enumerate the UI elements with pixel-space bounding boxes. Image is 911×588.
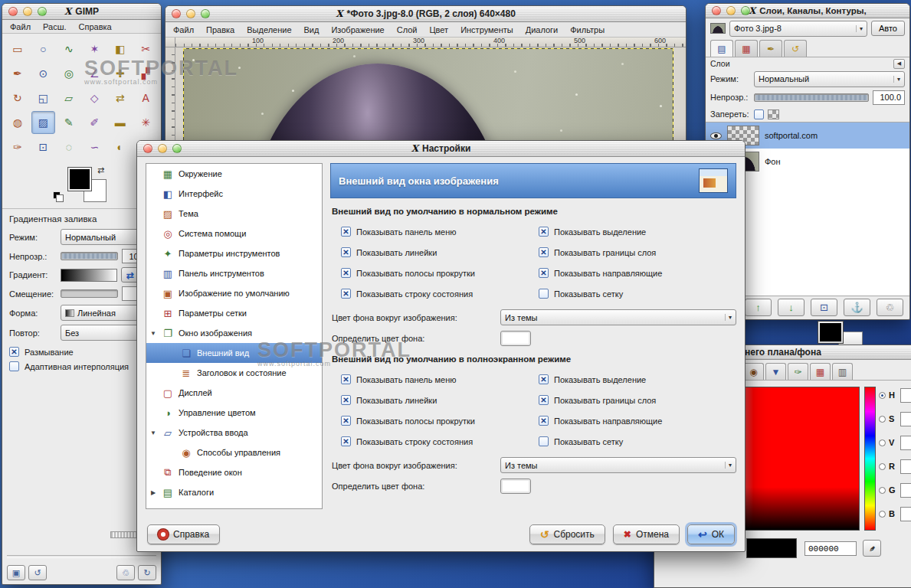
toolbox-titlebar[interactable]: XGIMP <box>2 4 161 20</box>
hex-input[interactable] <box>804 541 857 556</box>
hue-strip[interactable] <box>864 387 876 531</box>
channel-spinner[interactable] <box>900 483 911 498</box>
prefs-tree-item[interactable]: ◧ Интерфейс <box>146 184 322 204</box>
lock-alpha-checkbox[interactable] <box>754 109 764 119</box>
menu-item[interactable]: Выделение <box>247 25 291 34</box>
free-select-tool-icon[interactable]: ∿ <box>57 38 81 60</box>
reset-tool-options-button[interactable]: ↻ <box>138 565 156 580</box>
checkbox[interactable] <box>539 416 549 426</box>
clone-tool-icon[interactable]: ⊡ <box>31 136 56 158</box>
layers-titlebar[interactable]: XСлои, Каналы, Контуры, <box>706 4 909 18</box>
checkbox[interactable] <box>539 436 549 446</box>
prefs-checkbox-row[interactable]: Показывать строку состояния <box>341 289 539 299</box>
dock-menu-button[interactable]: ◀ <box>893 59 905 69</box>
checkbox[interactable] <box>9 347 19 357</box>
magnify-tool-icon[interactable]: ◎ <box>57 62 81 85</box>
checkbox[interactable] <box>341 247 351 257</box>
ruler-corner[interactable] <box>165 38 175 47</box>
zoom-button[interactable] <box>201 9 210 18</box>
minimize-button[interactable] <box>726 6 736 15</box>
prefs-checkbox-row[interactable]: Показывать сетку <box>539 289 736 299</box>
minimize-button[interactable] <box>158 144 167 153</box>
prefs-checkbox-row[interactable]: Показывать панель меню <box>341 227 539 237</box>
scale-tool-icon[interactable]: ◱ <box>31 87 56 109</box>
prefs-checkbox-row[interactable]: Показывать линейки <box>341 395 539 405</box>
palette-selector-tab-icon[interactable]: ▦ <box>810 363 831 380</box>
delete-layer-button[interactable]: ♲ <box>877 299 903 316</box>
checkbox[interactable] <box>539 395 549 405</box>
checkbox[interactable] <box>341 268 351 278</box>
checkbox[interactable] <box>539 227 549 237</box>
prefs-tree-item[interactable]: ▶ ▤ Каталоги <box>146 482 322 502</box>
paths-tab-icon[interactable]: ✒ <box>759 40 782 57</box>
channel-spinner[interactable] <box>900 507 911 521</box>
menu-item[interactable]: Фильтры <box>570 25 605 34</box>
channel-radio[interactable] <box>879 439 886 446</box>
duplicate-layer-button[interactable]: ⊡ <box>811 299 837 316</box>
flip-tool-icon[interactable]: ⇄ <box>108 87 133 109</box>
close-button[interactable] <box>143 144 152 153</box>
adaptive-checkbox-row[interactable]: Адаптивная интерполяция <box>9 361 154 371</box>
tree-expander-icon[interactable]: ▼ <box>149 330 157 337</box>
move-tool-icon[interactable]: ✚ <box>108 62 133 85</box>
rotate-tool-icon[interactable]: ↻ <box>5 87 30 109</box>
paintbrush-tool-icon[interactable]: ✐ <box>83 111 107 134</box>
prefs-tree-item[interactable]: ▨ Тема <box>146 204 322 224</box>
blend-tool-icon[interactable]: ▨ <box>31 111 56 134</box>
delete-tool-options-button[interactable]: ♲ <box>116 565 135 580</box>
dodge-burn-tool-icon[interactable]: ◐ <box>108 136 133 158</box>
checkbox[interactable] <box>341 416 351 426</box>
prefs-checkbox-row[interactable]: Показывать выделение <box>539 374 736 384</box>
prefs-tree-item[interactable]: ⊞ Параметры сетки <box>146 303 322 323</box>
smudge-tool-icon[interactable]: ∽ <box>83 136 107 158</box>
close-button[interactable] <box>712 6 721 15</box>
color-picker-button[interactable] <box>863 540 881 557</box>
channel-radio[interactable] <box>879 511 886 518</box>
shear-tool-icon[interactable]: ▱ <box>57 87 81 109</box>
prefs-tree-item[interactable]: ▢ Дисплей <box>146 383 322 403</box>
prefs-checkbox-row[interactable]: Показывать направляющие <box>539 268 736 278</box>
channel-spinner[interactable] <box>900 412 911 426</box>
reset-button[interactable]: Сбросить <box>529 524 605 544</box>
tree-expander-icon[interactable]: ▼ <box>149 430 157 436</box>
lower-layer-button[interactable]: ↓ <box>778 299 804 316</box>
custom-padding-color-button[interactable] <box>500 479 531 494</box>
zoom-button[interactable] <box>741 6 750 15</box>
dither-checkbox-row[interactable]: Размывание <box>9 347 154 357</box>
paths-tool-icon[interactable]: ✒ <box>5 62 30 85</box>
image-select[interactable]: Фото 3.jpg-8▾ <box>729 21 867 37</box>
checkbox[interactable] <box>341 395 351 405</box>
menu-item[interactable]: Файл <box>10 22 31 31</box>
gradient-preview[interactable] <box>61 269 117 282</box>
canvas-padding-select[interactable]: Из темы▾ <box>500 457 736 473</box>
menu-item[interactable]: Инструменты <box>460 25 513 34</box>
convolve-tool-icon[interactable]: ◌ <box>57 136 81 158</box>
visibility-eye-icon[interactable] <box>710 132 722 139</box>
bucket-fill-tool-icon[interactable]: ◍ <box>5 111 30 134</box>
airbrush-tool-icon[interactable]: ✳ <box>134 111 159 134</box>
scissors-select-tool-icon[interactable]: ✂ <box>134 38 159 60</box>
menu-item[interactable]: Правка <box>206 25 234 34</box>
channel-radio[interactable] <box>879 463 886 470</box>
checkbox[interactable] <box>341 227 351 237</box>
layer-opacity-value[interactable]: 100.0 <box>873 90 905 105</box>
crop-tool-icon[interactable]: ▞ <box>134 62 159 85</box>
channel-radio[interactable] <box>879 487 886 494</box>
restore-tool-options-button[interactable]: ↺ <box>28 565 47 580</box>
zoom-button[interactable] <box>38 7 47 16</box>
prefs-checkbox-row[interactable]: Показывать линейки <box>341 247 539 257</box>
menu-item[interactable]: Диалоги <box>526 25 559 34</box>
printer-selector-tab-icon[interactable]: ▥ <box>832 363 853 380</box>
prefs-tree-item[interactable]: ⧉ Поведение окон <box>146 462 322 482</box>
checkbox[interactable] <box>539 247 549 257</box>
default-colors-icon[interactable] <box>53 191 64 202</box>
prefs-checkbox-row[interactable]: Показывать полосы прокрутки <box>341 416 539 426</box>
tree-expander-icon[interactable]: ▶ <box>149 489 157 496</box>
auto-button[interactable]: Авто <box>871 21 905 36</box>
swap-colors-icon[interactable]: ⇄ <box>97 165 104 175</box>
channel-spinner[interactable] <box>900 436 911 450</box>
checkbox[interactable] <box>539 289 549 299</box>
menu-item[interactable]: Слой <box>397 25 418 34</box>
custom-padding-color-button[interactable] <box>500 331 531 346</box>
checkbox[interactable] <box>341 436 351 446</box>
